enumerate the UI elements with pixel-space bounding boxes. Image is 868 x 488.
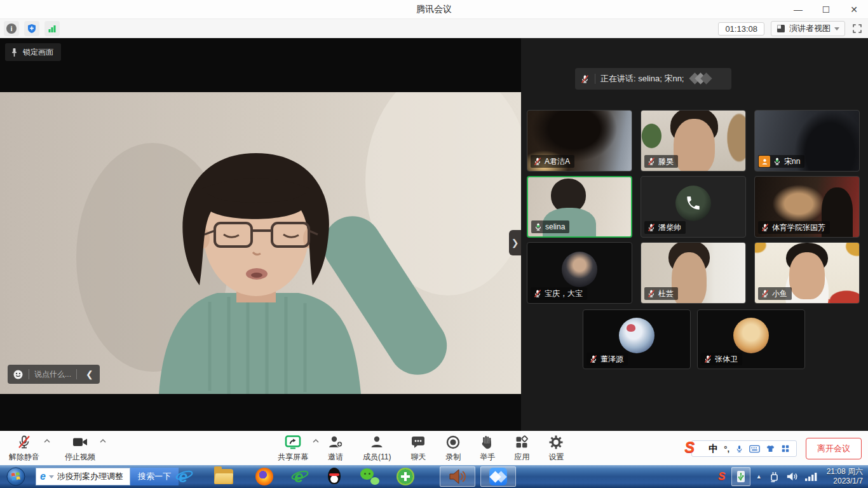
chevron-down-icon[interactable] — [49, 475, 54, 478]
participant-nametag: 潘柴帅 — [644, 221, 686, 234]
taskbar-item-wechat[interactable] — [356, 466, 384, 487]
participant-tile[interactable]: 杜芸 — [641, 242, 746, 304]
qq-penguin-icon — [327, 468, 342, 485]
members-button[interactable]: 成员(11) — [363, 431, 391, 466]
participant-tile[interactable]: 张体卫 — [697, 309, 805, 369]
share-screen-button[interactable]: 共享屏幕 — [278, 431, 308, 466]
sogou-ime-toolbar[interactable]: S 中 °, — [691, 440, 797, 457]
participant-name: 张体卫 — [715, 354, 738, 365]
ime-keyboard-icon[interactable] — [749, 445, 760, 453]
record-button[interactable]: 录制 — [445, 431, 461, 466]
emoji-icon[interactable] — [13, 369, 24, 380]
sogou-logo-icon[interactable]: S — [684, 438, 695, 456]
usb-device-tray-icon[interactable] — [731, 467, 750, 486]
chevron-up-icon[interactable] — [313, 439, 319, 443]
maximize-button[interactable]: ☐ — [812, 0, 840, 19]
unmute-button[interactable]: 解除静音 — [9, 431, 39, 466]
leave-meeting-button[interactable]: 离开会议 — [806, 438, 862, 459]
ime-skin-icon[interactable] — [766, 444, 775, 453]
taskbar-item-volume-mixer[interactable] — [440, 466, 475, 487]
fullscreen-icon[interactable] — [851, 23, 863, 34]
network-quality-button[interactable] — [44, 21, 60, 36]
taskbar-item-qq[interactable] — [322, 466, 347, 487]
network-tray-icon[interactable] — [804, 471, 818, 482]
participant-name: 体育学院张国芳 — [772, 222, 825, 233]
apps-icon — [514, 435, 529, 450]
participant-name: A君洁A — [545, 156, 570, 167]
collapse-panel-handle[interactable]: ❯ — [509, 230, 521, 255]
power-plug-icon[interactable] — [768, 470, 780, 483]
svg-text:e: e — [294, 467, 303, 486]
ime-mode-indicator[interactable]: 中 — [709, 443, 718, 455]
participant-tile[interactable]: 体育学院张国芳 — [754, 176, 860, 238]
taskbar-item-tencent-meeting[interactable] — [480, 466, 516, 487]
invite-button[interactable]: 邀请 — [327, 431, 344, 466]
meeting-control-bar: 解除静音 停止视频 共享屏幕 — [0, 431, 868, 465]
minimize-button[interactable]: — — [784, 0, 812, 19]
taskbar-item-explorer[interactable] — [211, 466, 236, 487]
taskbar-search-input[interactable]: e 涉疫刑案办理调整 — [36, 468, 130, 485]
view-mode-dropdown[interactable]: 演讲者视图 — [771, 21, 845, 36]
apps-button[interactable]: 应用 — [514, 431, 529, 466]
chevron-up-icon[interactable] — [100, 439, 106, 443]
invite-person-icon — [327, 435, 344, 450]
svg-text:e: e — [179, 467, 187, 486]
participant-tile[interactable]: 潘柴帅 — [641, 176, 746, 238]
show-hidden-icons-button[interactable]: ▲ — [756, 473, 762, 480]
ime-mic-icon[interactable] — [735, 444, 743, 454]
info-icon: i — [6, 24, 17, 34]
host-badge-icon — [759, 156, 770, 167]
raise-hand-button[interactable]: 举手 — [480, 431, 495, 466]
unmute-label: 解除静音 — [9, 452, 39, 463]
participant-tile[interactable]: 董泽源 — [583, 309, 691, 369]
search-query-text[interactable]: 涉疫刑案办理调整 — [57, 471, 123, 482]
speaker-video — [0, 92, 521, 394]
close-button[interactable]: ✕ — [840, 0, 868, 19]
participant-name: 宝庆，大宝 — [545, 288, 583, 299]
participant-tile[interactable]: 宝庆，大宝 — [527, 242, 632, 304]
shield-plus-icon — [27, 24, 37, 34]
taskbar-item-360browser[interactable]: e — [287, 466, 313, 487]
taskbar-clock[interactable]: 21:08 周六 2023/1/7 — [827, 467, 863, 486]
participant-nametag: 张体卫 — [701, 353, 742, 365]
lock-view-button[interactable]: 锁定画面 — [5, 43, 61, 61]
participant-nametag: 滕昊 — [644, 155, 678, 168]
chat-button[interactable]: 聊天 — [410, 431, 426, 466]
sogou-tray-icon[interactable]: S — [718, 470, 725, 483]
mic-muted-icon — [647, 157, 656, 166]
chevron-left-icon[interactable]: ❮ — [82, 369, 97, 379]
start-button[interactable] — [4, 466, 28, 487]
invite-label: 邀请 — [328, 452, 343, 463]
participant-tile[interactable]: 滕昊 — [641, 110, 746, 172]
search-go-label: 搜索一下 — [138, 471, 171, 482]
mic-muted-icon — [761, 223, 770, 232]
ime-toolbox-icon[interactable] — [781, 444, 790, 453]
taskbar-item-firefox[interactable] — [252, 466, 277, 487]
participant-name: 潘柴帅 — [658, 222, 681, 233]
volume-tray-icon[interactable] — [786, 471, 799, 482]
usb-icon — [735, 470, 747, 484]
settings-label: 设置 — [548, 452, 564, 463]
quick-chat-bar[interactable]: 说点什么... ❮ — [8, 365, 100, 384]
mic-muted-icon — [647, 289, 656, 298]
title-bar: 腾讯会议 — ☐ ✕ — [0, 0, 868, 19]
quick-chat-placeholder[interactable]: 说点什么... — [34, 369, 71, 380]
mic-muted-icon — [761, 289, 770, 298]
windows-start-icon — [6, 467, 25, 486]
settings-button[interactable]: 设置 — [548, 431, 564, 466]
participants-panel: 正在讲话: selina; 宋nn; A君洁A 滕昊 宋nn — [521, 38, 868, 431]
participant-tile-active-speaker[interactable]: selina — [527, 176, 632, 238]
ime-punctuation-indicator[interactable]: °, — [724, 444, 729, 454]
stop-video-button[interactable]: 停止视频 — [65, 431, 95, 466]
participant-name: selina — [545, 222, 565, 231]
chevron-up-icon[interactable] — [44, 439, 50, 443]
participant-tile[interactable]: 小鱼 — [754, 242, 860, 304]
taskbar-item-360safe[interactable] — [393, 466, 418, 487]
gear-icon — [548, 435, 564, 450]
participant-tile[interactable]: 宋nn — [754, 110, 860, 172]
avatar — [733, 318, 769, 353]
security-button[interactable] — [24, 21, 39, 36]
taskbar-item-ie[interactable]: e — [172, 466, 197, 487]
meeting-info-button[interactable]: i — [4, 21, 19, 36]
participant-tile[interactable]: A君洁A — [527, 110, 632, 172]
